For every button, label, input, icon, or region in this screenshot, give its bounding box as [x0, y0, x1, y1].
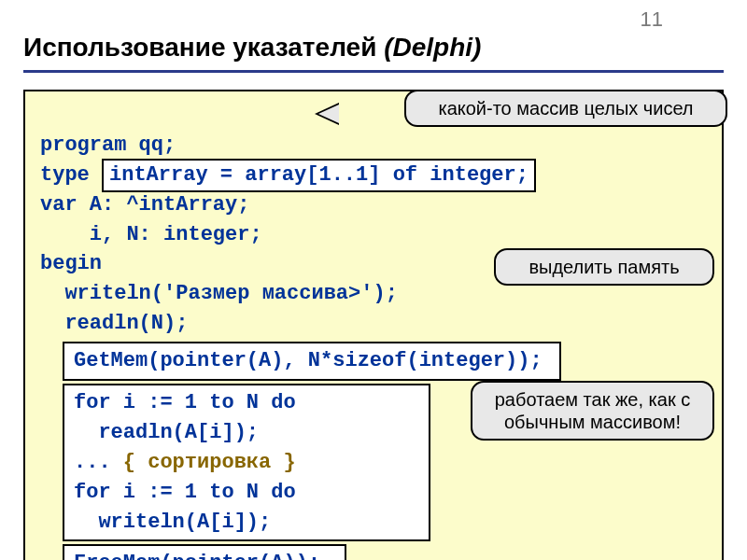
slide: 11 Использование указателей (Delphi) pro… — [0, 0, 747, 560]
code-line: begin — [40, 252, 102, 275]
page-number: 11 — [641, 7, 663, 32]
code-line: FreeMem(pointer(A)); — [74, 552, 320, 560]
code-line: writeln('Размер массива>'); — [40, 282, 398, 305]
code-line: var A: ^intArray; — [40, 193, 249, 217]
code-line: type — [40, 163, 102, 187]
slide-title: Использование указателей (Delphi) — [23, 33, 724, 63]
code-line: writeln(A[i]); — [74, 511, 271, 534]
title-language: (Delphi) — [384, 33, 481, 62]
callout-alloc: выделить память — [494, 248, 714, 286]
code-line: for i := 1 to N do — [74, 391, 296, 414]
loop-box: for i := 1 to N do readln(A[i]); ... { с… — [63, 384, 430, 541]
code-line: ... — [74, 451, 123, 474]
code-line: GetMem(pointer(A), N*sizeof(integer)); — [74, 349, 543, 372]
code-comment: { сортировка } — [123, 451, 296, 474]
title-main: Использование указателей — [23, 33, 384, 62]
code-line: program qq; — [40, 133, 176, 157]
callout-array: какой-то массив целых чисел — [404, 90, 727, 127]
title-underline — [23, 70, 724, 73]
freemem-box: FreeMem(pointer(A)); — [63, 544, 346, 560]
code-listing: program qq; type intArray = array[1..1] … — [23, 90, 724, 560]
type-decl-box: intArray = array[1..1] of integer; — [102, 159, 536, 192]
code-line: readln(A[i]); — [74, 421, 259, 444]
code-line: i, N: integer; — [40, 223, 262, 246]
getmem-box: GetMem(pointer(A), N*sizeof(integer)); — [63, 342, 561, 381]
callout-tail — [318, 105, 339, 123]
callout-usage: работаем так же, как с обычным массивом! — [471, 381, 714, 441]
code-line: readln(N); — [40, 312, 188, 335]
code-line: for i := 1 to N do — [74, 481, 296, 504]
